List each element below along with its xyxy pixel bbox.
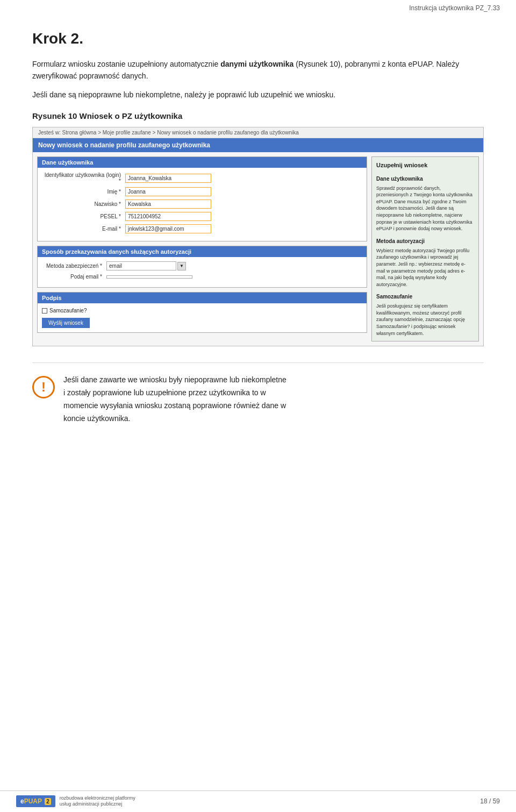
form-row-pesel: PESEL * 75121004952 (42, 212, 362, 221)
checkbox-samo-label: Samozaufanie? (49, 308, 87, 314)
intro-paragraph-2: Jeśli dane są niepoprawne lub niekomplet… (32, 89, 484, 101)
form-left: Dane użytkownika Identyfikator użytkowni… (37, 156, 367, 341)
input-login[interactable]: Joanna_Kowalska (125, 174, 211, 183)
form-row-podaj-email: Podaj email * (42, 274, 362, 280)
podpis-title: Podpis (38, 293, 367, 303)
checkbox-samo[interactable] (42, 308, 47, 314)
section-podpis: Podpis Samozaufanie? Wyślij wniosek (37, 292, 367, 333)
section-sposob: Sposób przekazywania danych służących au… (37, 246, 367, 288)
footer-logo: ePUAP 2 rozbudowa elektronicznej platfor… (16, 795, 135, 808)
right-dane-text: Sprawdź poprawność danych, przeniesionyc… (376, 185, 474, 232)
warning-icon: ! (32, 376, 55, 398)
warning-icon-symbol: ! (41, 380, 46, 395)
input-email[interactable]: jnkwlsk123@gmail.com (125, 224, 211, 233)
right-metoda-text: Wybierz metodę autoryzacji Twojego profi… (376, 247, 474, 288)
form-main-title: Nowy wniosek o nadanie profilu zaufanego… (33, 138, 483, 152)
right-panel-title: Uzupełnij wniosek (376, 161, 474, 169)
section-dane-body: Identyfikator użytkownika (login) * Joan… (38, 168, 367, 241)
select-metoda[interactable]: email (106, 261, 176, 270)
section-sposob-body: Metoda zabezpieczeń * email ▼ Podaj emai… (38, 257, 367, 287)
logo-puap: PUAP (24, 797, 42, 805)
input-nazwisko[interactable]: Kowalska (125, 200, 211, 209)
section-dane-title: Dane użytkownika (38, 157, 367, 168)
document-title: Instrukcja użytkownika PZ_7.33 (409, 4, 500, 12)
label-nazwisko: Nazwisko * (42, 201, 125, 207)
section-dane: Dane użytkownika Identyfikator użytkowni… (37, 156, 367, 241)
footer-page-indicator: 18 / 59 (480, 797, 500, 805)
footer-logo-text: rozbudowa elektronicznej platformy usług… (60, 795, 135, 808)
form-row-email: E-mail * jnkwlsk123@gmail.com (42, 224, 362, 233)
breadcrumb-bar: Jesteś w: Strona główna > Moje profile z… (33, 127, 483, 138)
section-sposob-title: Sposób przekazywania danych służących au… (38, 246, 367, 257)
podpis-body: Samozaufanie? Wyślij wniosek (38, 303, 367, 332)
form-screenshot: Jesteś w: Strona główna > Moje profile z… (32, 127, 484, 346)
form-row-metoda: Metoda zabezpieczeń * email ▼ (42, 261, 362, 270)
form-row-nazwisko: Nazwisko * Kowalska (42, 200, 362, 209)
intro-paragraph-1: Formularz wniosku zostanie uzupełniony a… (32, 58, 484, 82)
main-content: Krok 2. Formularz wniosku zostanie uzupe… (0, 14, 516, 441)
right-metoda-title: Metoda autoryzacji (376, 238, 474, 245)
footer-logo-icon: ePUAP 2 (16, 795, 55, 807)
input-pesel[interactable]: 75121004952 (125, 212, 211, 221)
form-row-login: Identyfikator użytkownika (login) * Joan… (42, 172, 362, 184)
intro-text-before-bold: Formularz wniosku zostanie uzupełniony a… (32, 60, 220, 68)
input-podaj-email[interactable] (106, 275, 192, 279)
warning-line4: koncie użytkownika. (63, 414, 131, 423)
label-email: E-mail * (42, 226, 125, 232)
label-login: Identyfikator użytkownika (login) * (42, 172, 125, 184)
logo-version: 2 (45, 798, 51, 805)
label-imie: Imię * (42, 189, 125, 195)
label-podaj-email: Podaj email * (42, 274, 106, 280)
right-dane-title: Dane użytkownika (376, 175, 474, 183)
intro-bold: danymi użytkownika (220, 60, 293, 68)
breadcrumb-text: Jesteś w: Strona główna > Moje profile z… (38, 130, 299, 136)
select-arrow-icon[interactable]: ▼ (177, 262, 186, 270)
right-samo-text: Jeśli posługujesz się certyfikatem kwali… (376, 303, 474, 337)
logo-epuap: e (20, 797, 24, 805)
footer-logo-subtitle: rozbudowa elektronicznej platformy usług… (60, 795, 135, 807)
label-metoda: Metoda zabezpieczeń * (42, 263, 106, 269)
page-footer: ePUAP 2 rozbudowa elektronicznej platfor… (0, 790, 516, 812)
warning-line2: i zostały poprawione lub uzupełnione prz… (63, 388, 266, 397)
form-row-imie: Imię * Joanna (42, 187, 362, 196)
right-samo-title: Samozaufanie (376, 293, 474, 301)
label-pesel: PESEL * (42, 213, 125, 219)
figure-title: Rysunek 10 Wniosek o PZ użytkownika (32, 111, 484, 120)
select-wrapper-metoda: email ▼ (106, 261, 186, 270)
form-body: Dane użytkownika Identyfikator użytkowni… (33, 152, 483, 346)
input-imie[interactable]: Joanna (125, 187, 211, 196)
warning-line1: Jeśli dane zawarte we wniosku były niepo… (63, 375, 286, 384)
section-title: Krok 2. (32, 30, 484, 47)
warning-text: Jeśli dane zawarte we wniosku były niepo… (63, 374, 286, 425)
warning-line3: momencie wysyłania wniosku zostaną popra… (63, 401, 286, 410)
checkbox-row-samo: Samozaufanie? (42, 308, 362, 314)
submit-button[interactable]: Wyślij wniosek (42, 318, 90, 328)
page-header: Instrukcja użytkownika PZ_7.33 (0, 0, 516, 14)
form-right-panel: Uzupełnij wniosek Dane użytkownika Spraw… (371, 156, 479, 341)
warning-box: ! Jeśli dane zawarte we wniosku były nie… (32, 362, 484, 425)
